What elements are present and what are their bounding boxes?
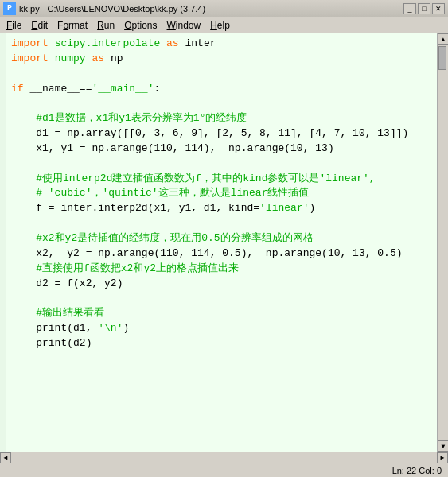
code-line-18 [11,291,432,306]
title-buttons: _ □ ✕ [403,3,445,14]
menu-format[interactable]: Format [54,19,91,32]
menu-help[interactable]: Help [207,19,233,32]
code-line-9 [11,157,432,172]
code-line-8: x1, y1 = np.arange(110, 114), np.arange(… [11,142,432,157]
code-line-1: import scipy.interpolate as inter [11,37,432,52]
code-editor[interactable]: import scipy.interpolate as inter import… [6,33,437,452]
left-gutter [0,33,6,452]
app-icon: P [3,2,16,15]
scrollbar-bottom: ◀ ▶ [0,452,448,463]
title-bar: P kk.py - C:\Users\LENOVO\Desktop\kk.py … [0,0,448,17]
status-bar: Ln: 22 Col: 0 [0,463,448,477]
scroll-track-right[interactable] [438,45,448,440]
code-line-5 [11,96,432,111]
close-button[interactable]: ✕ [432,3,445,14]
code-line-17: d2 = f(x2, y2) [11,277,432,292]
maximize-button[interactable]: □ [418,3,430,14]
menu-window[interactable]: Window [164,19,205,32]
code-line-7: d1 = np.array([[0, 3, 6, 9], [2, 5, 8, 1… [11,126,432,142]
scroll-left-button[interactable]: ◀ [0,452,11,463]
editor-container: import scipy.interpolate as inter import… [0,33,448,452]
code-line-20: print(d1, '\n') [11,321,432,336]
scroll-right-button[interactable]: ▶ [437,452,448,463]
code-line-14: #x2和y2是待插值的经纬度，现在用0.5的分辨率组成的网格 [11,231,432,246]
scroll-down-button[interactable]: ▼ [438,440,448,452]
scroll-thumb-right[interactable] [438,46,446,70]
window-title: kk.py - C:\Users\LENOVO\Desktop\kk.py (3… [19,4,205,14]
code-line-4: if __name__=='__main__': [11,82,432,97]
menu-run[interactable]: Run [94,19,118,32]
code-line-6: #d1是数据，x1和y1表示分辨率为1°的经纬度 [11,111,432,126]
menu-edit[interactable]: Edit [28,19,51,32]
code-line-12: f = inter.interp2d(x1, y1, d1, kind='lin… [11,201,432,216]
title-bar-left: P kk.py - C:\Users\LENOVO\Desktop\kk.py … [3,2,205,15]
code-line-11: # 'cubic'，'quintic'这三种，默认是linear线性插值 [11,186,432,201]
scroll-up-button[interactable]: ▲ [438,33,448,45]
code-line-10: #使用interp2d建立插值函数数为f，其中的kind参数可以是'linear… [11,172,432,187]
status-text: Ln: 22 Col: 0 [392,466,442,475]
minimize-button[interactable]: _ [403,3,416,14]
code-line-19: #输出结果看看 [11,306,432,321]
code-line-15: x2, y2 = np.arange(110, 114, 0.5), np.ar… [11,246,432,262]
code-line-21: print(d2) [11,336,432,351]
scroll-track-bottom[interactable] [11,452,437,463]
code-line-13 [11,216,432,231]
menu-bar: File Edit Format Run Options Window Help [0,17,448,33]
menu-options[interactable]: Options [121,19,160,32]
code-line-2: import numpy as np [11,52,432,67]
code-line-16: #直接使用f函数把x2和y2上的格点插值出来 [11,262,432,277]
menu-file[interactable]: File [3,19,25,32]
code-line-3 [11,67,432,82]
scrollbar-right: ▲ ▼ [437,33,448,452]
